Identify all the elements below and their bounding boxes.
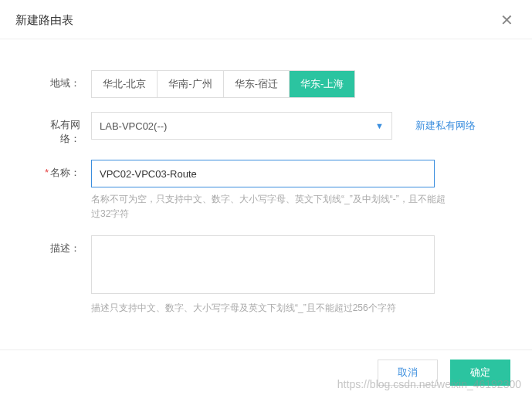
label-region: 地域： <box>31 70 91 90</box>
create-vpc-link[interactable]: 新建私有网络 <box>415 119 476 133</box>
label-vpc: 私有网络： <box>31 112 91 146</box>
name-input[interactable] <box>91 160 435 187</box>
dialog-header: 新建路由表 ✕ <box>0 0 532 39</box>
dialog: 新建路由表 ✕ 地域： 华北-北京 华南-广州 华东-宿迁 华东-上海 私有网络… <box>0 0 532 395</box>
row-name: *名称： 名称不可为空，只支持中文、数字、大小写字母、英文下划线“_”及中划线“… <box>31 160 501 221</box>
dialog-title: 新建路由表 <box>15 13 73 28</box>
control-desc: 描述只支持中文、数字、大小写字母及英文下划线“_”且不能超过256个字符 <box>91 235 501 316</box>
region-tab-shanghai[interactable]: 华东-上海 <box>290 71 354 97</box>
control-region: 华北-北京 华南-广州 华东-宿迁 华东-上海 <box>91 70 501 98</box>
row-region: 地域： 华北-北京 华南-广州 华东-宿迁 华东-上海 <box>31 70 501 98</box>
required-mark: * <box>45 167 49 178</box>
confirm-button[interactable]: 确定 <box>450 360 510 386</box>
desc-help-text: 描述只支持中文、数字、大小写字母及英文下划线“_”且不能超过256个字符 <box>91 301 446 316</box>
label-name: *名称： <box>31 160 91 180</box>
cancel-button[interactable]: 取消 <box>378 360 438 386</box>
region-tab-suqian[interactable]: 华东-宿迁 <box>224 71 290 97</box>
close-icon[interactable]: ✕ <box>497 11 517 29</box>
chevron-down-icon: ▼ <box>375 121 384 130</box>
control-vpc: LAB-VPC02(--) ▼ 新建私有网络 <box>91 112 501 140</box>
region-tabs: 华北-北京 华南-广州 华东-宿迁 华东-上海 <box>91 70 355 98</box>
region-tab-beijing[interactable]: 华北-北京 <box>92 71 158 97</box>
desc-textarea[interactable] <box>91 235 435 294</box>
name-help-text: 名称不可为空，只支持中文、数字、大小写字母、英文下划线“_”及中划线“-”，且不… <box>91 192 446 221</box>
region-tab-guangzhou[interactable]: 华南-广州 <box>158 71 223 97</box>
dialog-body: 地域： 华北-北京 华南-广州 华东-宿迁 华东-上海 私有网络： LAB-VP… <box>0 39 532 349</box>
label-name-text: 名称： <box>50 167 80 178</box>
label-desc: 描述： <box>31 235 91 255</box>
row-vpc: 私有网络： LAB-VPC02(--) ▼ 新建私有网络 <box>31 112 501 146</box>
row-desc: 描述： 描述只支持中文、数字、大小写字母及英文下划线“_”且不能超过256个字符 <box>31 235 501 316</box>
dialog-footer: 取消 确定 <box>0 349 532 395</box>
control-name: 名称不可为空，只支持中文、数字、大小写字母、英文下划线“_”及中划线“-”，且不… <box>91 160 501 221</box>
vpc-select[interactable]: LAB-VPC02(--) ▼ <box>91 112 392 140</box>
vpc-select-value: LAB-VPC02(--) <box>100 120 167 132</box>
